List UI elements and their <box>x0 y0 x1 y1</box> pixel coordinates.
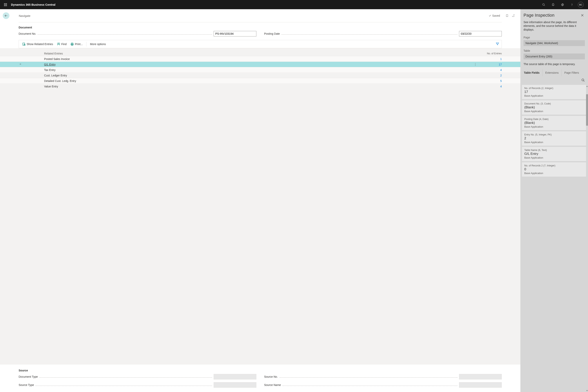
field-value: 17 <box>524 90 584 94</box>
field-label: Table Name (6, Text) <box>524 149 584 152</box>
row-name: Value Entry <box>44 85 472 88</box>
scroll-up-arrow[interactable]: ▲ <box>586 85 588 88</box>
show-related-entries-button[interactable]: Show Related Entries <box>20 41 55 47</box>
source-no-label: Source No. <box>264 375 278 378</box>
field-label: No. of Records 2 (7, Integer) <box>524 164 584 167</box>
svg-line-14 <box>513 15 514 16</box>
grid-row[interactable]: G/L Entry⋮17 <box>0 62 520 67</box>
app-launcher-icon[interactable] <box>2 1 9 8</box>
print-button[interactable]: Print... <box>68 41 85 47</box>
share-icon[interactable] <box>510 12 516 19</box>
source-no-input <box>459 374 502 380</box>
action-toolbar: Show Related Entries Find Print... Mo <box>18 40 502 48</box>
search-icon[interactable] <box>539 0 548 9</box>
posting-date-input[interactable] <box>459 31 502 36</box>
inspector-title: Page Inspection <box>524 13 580 18</box>
user-avatar[interactable]: BC <box>578 2 584 8</box>
field-extension: Base Application <box>524 172 584 175</box>
help-icon[interactable] <box>567 0 577 9</box>
svg-line-17 <box>25 45 25 46</box>
svg-rect-0 <box>4 3 5 4</box>
svg-rect-4 <box>5 4 6 5</box>
doc-no-label: Document No. <box>18 32 36 35</box>
svg-rect-5 <box>6 4 7 5</box>
source-type-input <box>214 382 256 388</box>
svg-rect-3 <box>4 4 5 5</box>
inspector-search-icon[interactable] <box>581 78 585 82</box>
svg-point-12 <box>572 5 572 6</box>
row-count[interactable]: 4 <box>478 68 502 72</box>
inspector-tabs: Table Fields Extensions Page Filters <box>520 69 588 76</box>
inspector-field-card[interactable]: Posting Date (4, Date)(Blank)Base Applic… <box>522 116 586 130</box>
source-section: Source Document Type Source No. Source T… <box>0 364 520 392</box>
inspector-fields-list[interactable]: No. of Records (2, Integer)17Base Applic… <box>520 85 588 392</box>
grid-row[interactable]: Posted Sales Invoice1 <box>0 56 520 62</box>
tab-page-filters[interactable]: Page Filters <box>562 69 582 76</box>
svg-point-28 <box>582 79 584 81</box>
app-title: Dynamics 365 Business Central <box>11 3 56 6</box>
col-header-count[interactable]: No. of Entries <box>478 52 502 55</box>
inspector-field-card[interactable]: Table Name (6, Text)G/L EntryBase Applic… <box>522 147 586 161</box>
grid-row[interactable]: Tax Entry4 <box>0 67 520 72</box>
grid-row[interactable]: Detailed Cust. Ledg. Entry5 <box>0 78 520 84</box>
row-count[interactable]: 5 <box>478 80 502 82</box>
inspector-field-card[interactable]: Document No. (3, Code)(Blank)Base Applic… <box>522 100 586 115</box>
related-entries-grid: Related Entries No. of Entries Posted Sa… <box>0 48 520 364</box>
doc-no-input[interactable] <box>214 31 256 36</box>
related-entries-icon <box>22 42 26 46</box>
source-section-title: Source <box>18 369 502 372</box>
svg-line-21 <box>60 44 60 45</box>
tab-table-fields[interactable]: Table Fields <box>521 69 542 76</box>
field-extension: Base Application <box>524 156 584 159</box>
tab-extensions[interactable]: Extensions <box>542 69 562 76</box>
field-label: Document No. (3, Code) <box>524 102 584 105</box>
inspector-page-value[interactable]: Navigate (344, Worksheet) <box>524 40 585 46</box>
settings-icon[interactable] <box>558 0 567 9</box>
close-inspector-button[interactable] <box>580 13 585 18</box>
bookmark-icon[interactable] <box>504 12 510 19</box>
row-count[interactable]: 4 <box>478 85 502 88</box>
topbar: Dynamics 365 Business Central BC <box>0 0 588 9</box>
grid-row[interactable]: Value Entry4 <box>0 84 520 89</box>
back-button[interactable] <box>3 12 10 19</box>
field-extension: Base Application <box>524 141 584 144</box>
scroll-thumb[interactable] <box>586 94 588 126</box>
inspector-table-value[interactable]: Document Entry (265) <box>524 54 585 60</box>
more-options-button[interactable]: More options <box>88 41 108 47</box>
row-count[interactable]: 2 <box>478 74 502 77</box>
find-button[interactable]: Find <box>55 41 68 47</box>
source-name-label: Source Name <box>264 384 281 386</box>
row-name: Cust. Ledger Entry <box>44 74 472 77</box>
saved-indicator: Saved <box>489 14 500 17</box>
scroll-down-arrow[interactable]: ▼ <box>586 389 588 392</box>
row-menu-icon[interactable]: ⋮ <box>474 63 477 66</box>
inspector-field-card[interactable]: No. of Records 2 (7, Integer)0Base Appli… <box>522 162 586 176</box>
svg-point-11 <box>562 4 563 5</box>
row-count[interactable]: 1 <box>478 58 502 60</box>
saved-label: Saved <box>492 14 500 17</box>
field-extension: Base Application <box>524 125 584 128</box>
notifications-icon[interactable] <box>548 0 558 9</box>
field-value: G/L Entry <box>524 152 584 156</box>
svg-point-19 <box>58 43 60 44</box>
row-name: G/L Entry <box>44 63 472 66</box>
field-label: No. of Records (2, Integer) <box>524 87 584 90</box>
row-name: Detailed Cust. Ledg. Entry <box>44 80 472 82</box>
svg-point-18 <box>58 43 58 44</box>
row-count[interactable]: 17 <box>478 63 502 66</box>
field-label: Entry No. (5, Integer, PK) <box>524 133 584 136</box>
svg-rect-6 <box>4 6 5 6</box>
page-inspection-panel: Page Inspection See information about th… <box>520 9 588 392</box>
filter-icon[interactable] <box>495 41 500 47</box>
grid-header: Related Entries No. of Entries <box>0 48 520 56</box>
inspector-table-label: Table <box>520 49 588 54</box>
inspector-temp-note: The source table of this page is tempora… <box>520 62 588 69</box>
inspector-scrollbar[interactable]: ▲ ▼ <box>586 85 588 392</box>
inspector-field-card[interactable]: Entry No. (5, Integer, PK)2Base Applicat… <box>522 131 586 146</box>
grid-row[interactable]: Cust. Ledger Entry2 <box>0 72 520 78</box>
col-header-related[interactable]: Related Entries <box>44 52 472 55</box>
inspector-field-card[interactable]: No. of Records (2, Integer)17Base Applic… <box>522 85 586 99</box>
doc-type-label: Document Type <box>18 375 38 378</box>
page-header: Navigate Saved <box>0 9 520 22</box>
field-value: 2 <box>524 136 584 140</box>
